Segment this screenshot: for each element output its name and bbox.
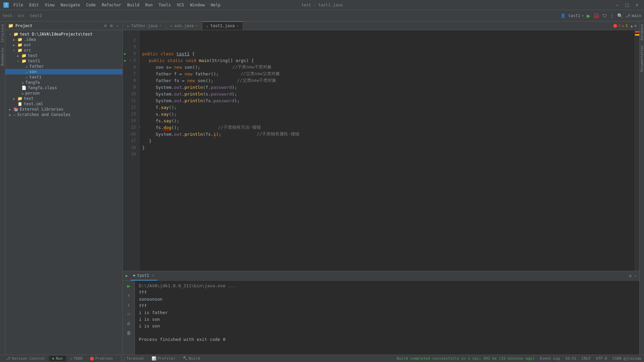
warning-indicator — [635, 34, 639, 36]
folder-icon: 📁 — [17, 43, 22, 47]
settings-icon[interactable]: ⚙ — [109, 23, 114, 28]
menu-build[interactable]: Build — [124, 2, 142, 8]
profiler-tab[interactable]: 📊 Profiler — [148, 356, 179, 361]
build-tab[interactable]: 🔨 Build — [179, 356, 203, 361]
run-tab-close[interactable]: × — [152, 273, 154, 278]
warning-count: 1 — [626, 23, 628, 28]
tree-label: fangfa — [25, 80, 40, 85]
run-minimize-icon[interactable]: — — [634, 274, 637, 278]
tree-item-test-root[interactable]: ▾ 📁 test D:\JAVA\IdeaProjects\test — [5, 32, 122, 37]
run-tab-tast1[interactable]: ▶ tast1 × — [131, 271, 157, 281]
menu-refactor[interactable]: Refactor — [99, 2, 124, 8]
code-line-19 — [142, 151, 632, 158]
line-9: 9 — [123, 84, 139, 90]
database-tab[interactable]: Database — [640, 21, 644, 43]
scroll-up-button[interactable]: ↑ — [126, 292, 130, 299]
structure-tab[interactable]: Structure — [0, 21, 5, 45]
tree-item-porson[interactable]: ▶ ☕ porson — [5, 90, 122, 96]
bookmarks-tab[interactable]: Bookmarks — [0, 45, 5, 68]
code-line-12: f.say(); — [142, 104, 632, 111]
charset[interactable]: UTF-8 — [596, 356, 607, 361]
event-log[interactable]: Event Log — [540, 356, 560, 361]
tree-item-test-top[interactable]: ▶ 📁 test — [5, 96, 122, 101]
menu-navigate[interactable]: Navigate — [58, 2, 83, 8]
clear-button[interactable]: 🗑 — [126, 329, 132, 336]
terminal-tab[interactable]: ⬛ Terminal — [117, 356, 148, 361]
tab-close-icon[interactable]: × — [160, 24, 162, 27]
scroll-down-button[interactable]: ↓ — [126, 301, 130, 308]
problems-tab[interactable]: ⬤ Problems — [87, 356, 116, 361]
tree-label: father — [29, 64, 44, 69]
build-icon: 🔨 — [183, 356, 187, 361]
tree-item-out[interactable]: ▶ 📁 out — [5, 42, 122, 48]
line-3: 3 — [123, 44, 139, 50]
menu-run[interactable]: Run — [143, 2, 155, 8]
tree-item-test-iml[interactable]: ▶ 📋 test.iml — [5, 101, 122, 107]
breadcrumb-src[interactable]: src — [17, 13, 25, 18]
menu-window[interactable]: Window — [187, 2, 207, 8]
tree-item-test1[interactable]: ▾ 📁 test1 — [5, 58, 122, 64]
fold-icon[interactable]: ▾ — [129, 59, 131, 62]
tab-father-java[interactable]: ☕ father.java × — [123, 22, 166, 30]
run-arrow-icon[interactable]: ▶ — [124, 52, 126, 56]
breadcrumb-sep1: › — [14, 13, 16, 18]
version-control-tab[interactable]: ⎇ Version Control — [3, 356, 48, 361]
menu-vcs[interactable]: VCS — [174, 2, 187, 8]
tree-item-ext-libs[interactable]: ▶ 📚 External Libraries — [5, 107, 122, 112]
todo-tab[interactable]: ☑ TODO — [67, 356, 86, 361]
maximize-button[interactable]: □ — [626, 2, 629, 8]
tree-label: test — [28, 53, 38, 58]
soft-wrap-button[interactable]: ⏎ — [126, 311, 130, 317]
menu-help[interactable]: Help — [208, 2, 223, 8]
tree-item-scratches[interactable]: ▶ ✏️ Scratches and Consoles — [5, 112, 122, 117]
run-status-tab[interactable]: ▶ Run — [49, 356, 66, 361]
tree-item-son[interactable]: ▶ ☕ son — [5, 69, 122, 74]
status-right: Build completed successfully in 1 sec, 4… — [397, 356, 641, 361]
documentation-tab[interactable]: Documentation — [640, 43, 644, 74]
tree-label: son — [29, 69, 37, 74]
git-branch[interactable]: ⎇ main — [626, 13, 641, 18]
tree-item-idea[interactable]: ▶ 📁 .idea — [5, 37, 122, 42]
collapse-all-icon[interactable]: ≡ — [103, 23, 108, 28]
tree-item-father[interactable]: ▶ ☕ father — [5, 64, 122, 69]
settings-tool-button[interactable]: ⚙ — [126, 320, 130, 327]
close-button[interactable]: × — [635, 2, 639, 8]
line-ending[interactable]: CRLF — [582, 356, 591, 361]
output-line-5: i is father — [139, 309, 635, 316]
menu-tools[interactable]: Tools — [156, 2, 173, 8]
search-button[interactable]: 🔍 — [617, 13, 623, 18]
menu-code[interactable]: Code — [84, 2, 99, 8]
output-line-1: D:\JAVA\jdk1.8.0_311\bin\java.exe ... — [139, 283, 635, 289]
tree-item-fangfa-class[interactable]: ▶ 📄 fangfa.class — [5, 85, 122, 90]
hide-panel-icon[interactable]: — — [115, 23, 120, 28]
run-config-dropdown[interactable]: tast1 ▾ — [568, 13, 584, 18]
run-settings-icon[interactable]: ⚙ — [629, 274, 632, 278]
run-button[interactable]: ▶ — [587, 12, 590, 19]
run-arrow-icon[interactable]: ▶ — [124, 59, 126, 62]
tree-item-src[interactable]: ▾ 📁 src — [5, 48, 122, 53]
tree-item-fangfa[interactable]: ▶ ☕ fangfa — [5, 80, 122, 85]
code-content[interactable]: public class tast1 { public static void … — [140, 30, 635, 271]
tree-item-test-src[interactable]: ▶ 📁 test — [5, 53, 122, 58]
tab-close-icon[interactable]: × — [196, 24, 198, 27]
tab-tast1-java[interactable]: ☕ tast1.java × — [202, 21, 243, 30]
editor-settings-icon[interactable]: ⚙ — [634, 23, 637, 28]
tab-close-icon[interactable]: × — [236, 24, 238, 28]
bottom-tool-tabs: ⎇ Version Control ▶ Run ☑ TODO ⬤ Problem… — [3, 356, 203, 361]
rerun-button[interactable]: ▶ — [126, 283, 130, 289]
fold-icon[interactable]: ▾ — [129, 132, 131, 136]
tab-son-java[interactable]: ☕ son.java × — [166, 22, 202, 30]
breadcrumb-test1[interactable]: test1 — [30, 13, 42, 18]
more-run-button[interactable]: ⋮ — [610, 13, 614, 18]
menu-view[interactable]: View — [42, 2, 57, 8]
debug-button[interactable]: 🐞 — [593, 12, 600, 19]
terminal-icon: ⬛ — [120, 356, 125, 361]
tree-item-tast1[interactable]: ▶ ☕ tast1 — [5, 74, 122, 80]
coverage-button[interactable]: 🛡 — [602, 13, 607, 18]
expand-editor-icon[interactable]: ▲ — [631, 23, 633, 28]
breadcrumb-test[interactable]: test — [3, 13, 12, 18]
menu-edit[interactable]: Edit — [26, 2, 42, 8]
minimize-button[interactable]: — — [615, 2, 619, 8]
tree-label: fangfa.class — [28, 85, 57, 90]
menu-file[interactable]: File — [11, 2, 26, 8]
